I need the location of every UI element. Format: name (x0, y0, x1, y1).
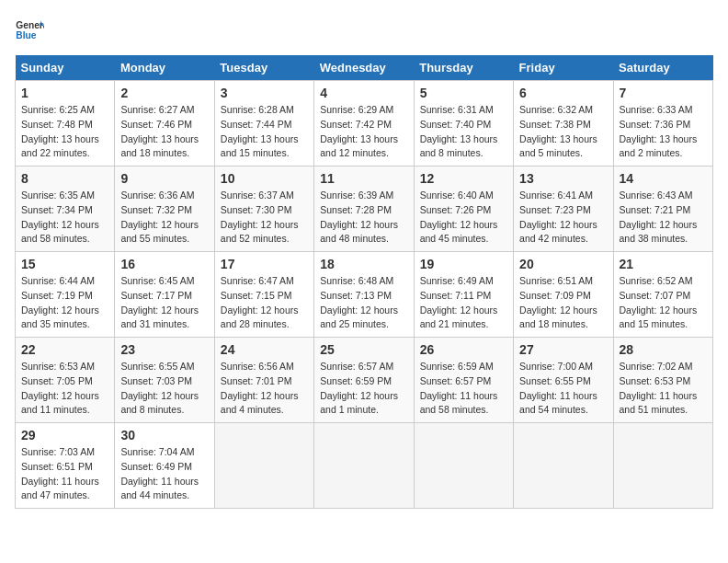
day-info: Sunrise: 7:00 AMSunset: 6:55 PMDaylight:… (519, 360, 607, 418)
day-number: 5 (420, 86, 507, 100)
calendar-cell: 13Sunrise: 6:41 AMSunset: 7:23 PMDayligh… (514, 167, 613, 252)
col-header-wednesday: Wednesday (314, 55, 414, 81)
day-number: 6 (519, 86, 607, 100)
calendar-cell: 26Sunrise: 6:59 AMSunset: 6:57 PMDayligh… (414, 338, 513, 423)
day-number: 20 (519, 257, 607, 271)
day-number: 18 (320, 257, 407, 271)
day-info: Sunrise: 6:32 AMSunset: 7:38 PMDaylight:… (519, 103, 607, 161)
week-row-1: 1Sunrise: 6:25 AMSunset: 7:48 PMDaylight… (16, 81, 713, 167)
calendar-cell: 21Sunrise: 6:52 AMSunset: 7:07 PMDayligh… (613, 252, 712, 338)
col-header-friday: Friday (514, 55, 613, 81)
calendar-cell: 12Sunrise: 6:40 AMSunset: 7:26 PMDayligh… (414, 167, 513, 252)
calendar-cell: 9Sunrise: 6:36 AMSunset: 7:32 PMDaylight… (115, 167, 214, 252)
day-number: 1 (21, 86, 108, 100)
logo: General Blue (15, 15, 44, 44)
day-info: Sunrise: 6:44 AMSunset: 7:19 PMDaylight:… (21, 274, 108, 332)
col-header-tuesday: Tuesday (214, 55, 313, 81)
day-info: Sunrise: 6:27 AMSunset: 7:46 PMDaylight:… (120, 103, 208, 161)
day-info: Sunrise: 6:53 AMSunset: 7:05 PMDaylight:… (21, 360, 108, 418)
day-info: Sunrise: 6:55 AMSunset: 7:03 PMDaylight:… (120, 360, 208, 418)
calendar-cell: 8Sunrise: 6:35 AMSunset: 7:34 PMDaylight… (16, 167, 115, 252)
day-number: 10 (221, 171, 308, 186)
calendar-cell (514, 423, 613, 509)
col-header-thursday: Thursday (414, 55, 513, 81)
calendar-cell: 27Sunrise: 7:00 AMSunset: 6:55 PMDayligh… (514, 338, 613, 423)
day-number: 27 (519, 342, 607, 357)
day-number: 29 (21, 428, 108, 442)
day-number: 25 (320, 342, 407, 357)
day-number: 22 (21, 342, 108, 357)
calendar-cell: 14Sunrise: 6:43 AMSunset: 7:21 PMDayligh… (613, 167, 712, 252)
day-info: Sunrise: 7:02 AMSunset: 6:53 PMDaylight:… (620, 360, 707, 418)
day-number: 19 (420, 257, 507, 271)
day-info: Sunrise: 6:59 AMSunset: 6:57 PMDaylight:… (420, 360, 507, 418)
calendar-cell: 22Sunrise: 6:53 AMSunset: 7:05 PMDayligh… (16, 338, 115, 423)
calendar-cell: 24Sunrise: 6:56 AMSunset: 7:01 PMDayligh… (214, 338, 313, 423)
calendar-cell (414, 423, 513, 509)
day-number: 9 (120, 171, 208, 186)
col-header-monday: Monday (115, 55, 214, 81)
day-info: Sunrise: 6:33 AMSunset: 7:36 PMDaylight:… (620, 103, 707, 161)
day-info: Sunrise: 6:47 AMSunset: 7:15 PMDaylight:… (221, 274, 308, 332)
calendar-cell: 25Sunrise: 6:57 AMSunset: 6:59 PMDayligh… (314, 338, 414, 423)
day-info: Sunrise: 6:31 AMSunset: 7:40 PMDaylight:… (420, 103, 507, 161)
calendar-cell: 6Sunrise: 6:32 AMSunset: 7:38 PMDaylight… (514, 81, 613, 167)
day-info: Sunrise: 6:43 AMSunset: 7:21 PMDaylight:… (620, 189, 707, 247)
day-number: 2 (120, 86, 208, 100)
day-info: Sunrise: 7:03 AMSunset: 6:51 PMDaylight:… (21, 445, 108, 503)
day-info: Sunrise: 6:57 AMSunset: 6:59 PMDaylight:… (320, 360, 407, 418)
day-info: Sunrise: 6:29 AMSunset: 7:42 PMDaylight:… (320, 103, 407, 161)
calendar-cell (314, 423, 414, 509)
day-info: Sunrise: 7:04 AMSunset: 6:49 PMDaylight:… (120, 445, 208, 503)
day-number: 16 (120, 257, 208, 271)
day-number: 12 (420, 171, 507, 186)
calendar-cell (214, 423, 313, 509)
day-info: Sunrise: 6:41 AMSunset: 7:23 PMDaylight:… (519, 189, 607, 247)
calendar-table: SundayMondayTuesdayWednesdayThursdayFrid… (15, 55, 713, 509)
day-number: 23 (120, 342, 208, 357)
week-row-5: 29Sunrise: 7:03 AMSunset: 6:51 PMDayligh… (16, 423, 713, 509)
week-row-3: 15Sunrise: 6:44 AMSunset: 7:19 PMDayligh… (16, 252, 713, 338)
day-number: 8 (21, 171, 108, 186)
calendar-cell: 20Sunrise: 6:51 AMSunset: 7:09 PMDayligh… (514, 252, 613, 338)
calendar-cell: 18Sunrise: 6:48 AMSunset: 7:13 PMDayligh… (314, 252, 414, 338)
day-info: Sunrise: 6:25 AMSunset: 7:48 PMDaylight:… (21, 103, 108, 161)
day-info: Sunrise: 6:37 AMSunset: 7:30 PMDaylight:… (221, 189, 308, 247)
day-number: 14 (620, 171, 707, 186)
col-header-saturday: Saturday (613, 55, 712, 81)
day-info: Sunrise: 6:28 AMSunset: 7:44 PMDaylight:… (221, 103, 308, 161)
day-info: Sunrise: 6:35 AMSunset: 7:34 PMDaylight:… (21, 189, 108, 247)
day-number: 15 (21, 257, 108, 271)
day-info: Sunrise: 6:39 AMSunset: 7:28 PMDaylight:… (320, 189, 407, 247)
day-number: 28 (620, 342, 707, 357)
day-info: Sunrise: 6:56 AMSunset: 7:01 PMDaylight:… (221, 360, 308, 418)
week-row-4: 22Sunrise: 6:53 AMSunset: 7:05 PMDayligh… (16, 338, 713, 423)
day-number: 30 (120, 428, 208, 442)
day-info: Sunrise: 6:36 AMSunset: 7:32 PMDaylight:… (120, 189, 208, 247)
calendar-cell: 4Sunrise: 6:29 AMSunset: 7:42 PMDaylight… (314, 81, 414, 167)
calendar-cell (613, 423, 712, 509)
day-number: 11 (320, 171, 407, 186)
col-header-sunday: Sunday (16, 55, 115, 81)
calendar-cell: 5Sunrise: 6:31 AMSunset: 7:40 PMDaylight… (414, 81, 513, 167)
day-info: Sunrise: 6:51 AMSunset: 7:09 PMDaylight:… (519, 274, 607, 332)
svg-text:General: General (16, 20, 44, 30)
day-info: Sunrise: 6:45 AMSunset: 7:17 PMDaylight:… (120, 274, 208, 332)
header-row: SundayMondayTuesdayWednesdayThursdayFrid… (16, 55, 713, 81)
day-number: 13 (519, 171, 607, 186)
day-number: 21 (620, 257, 707, 271)
day-number: 26 (420, 342, 507, 357)
day-number: 7 (620, 86, 707, 100)
week-row-2: 8Sunrise: 6:35 AMSunset: 7:34 PMDaylight… (16, 167, 713, 252)
calendar-cell: 16Sunrise: 6:45 AMSunset: 7:17 PMDayligh… (115, 252, 214, 338)
day-number: 17 (221, 257, 308, 271)
calendar-cell: 2Sunrise: 6:27 AMSunset: 7:46 PMDaylight… (115, 81, 214, 167)
calendar-cell: 29Sunrise: 7:03 AMSunset: 6:51 PMDayligh… (16, 423, 115, 509)
calendar-cell: 15Sunrise: 6:44 AMSunset: 7:19 PMDayligh… (16, 252, 115, 338)
calendar-cell: 7Sunrise: 6:33 AMSunset: 7:36 PMDaylight… (613, 81, 712, 167)
calendar-cell: 1Sunrise: 6:25 AMSunset: 7:48 PMDaylight… (16, 81, 115, 167)
calendar-cell: 3Sunrise: 6:28 AMSunset: 7:44 PMDaylight… (214, 81, 313, 167)
day-info: Sunrise: 6:52 AMSunset: 7:07 PMDaylight:… (620, 274, 707, 332)
day-number: 3 (221, 86, 308, 100)
page-header: General Blue (15, 15, 713, 44)
